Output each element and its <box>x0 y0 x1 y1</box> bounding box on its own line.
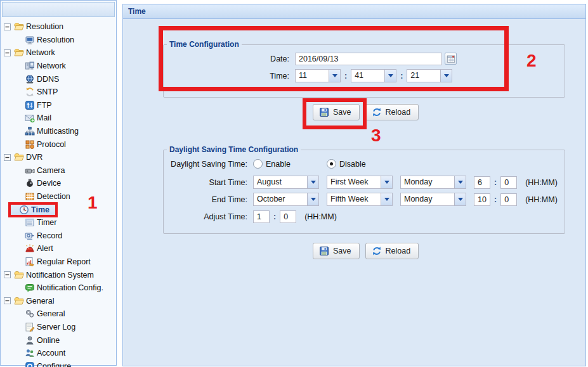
sidebar-item-protocol[interactable]: Protocol <box>1 138 116 151</box>
end-hhmm-hint: (HH:MM) <box>525 195 558 204</box>
enable-radio[interactable] <box>253 159 263 169</box>
time-colon: : <box>344 72 347 80</box>
annotation-step3: 3 <box>371 127 381 145</box>
second-select[interactable]: 21 <box>407 69 452 82</box>
start-month-select[interactable]: August <box>253 176 319 189</box>
sidebar-item-label: Time <box>31 205 49 214</box>
end-week-trigger[interactable] <box>381 193 392 205</box>
collapse-minus-icon <box>4 271 11 278</box>
calendar-button[interactable] <box>445 53 457 65</box>
end-month-select[interactable]: October <box>253 193 319 206</box>
sidebar-item-regular-report[interactable]: Regular Report <box>1 255 116 269</box>
start-day-trigger[interactable] <box>454 176 466 188</box>
sidebar-item-label: Mail <box>37 113 51 122</box>
sidebar-item-record[interactable]: Record <box>1 229 116 243</box>
date-input[interactable] <box>295 53 442 65</box>
folder-icon <box>14 152 24 162</box>
dst-disable-option[interactable]: Disable <box>327 159 366 169</box>
reload-button-dst[interactable]: Reload <box>365 243 419 259</box>
sidebar-item-label: Configure <box>37 362 71 367</box>
sidebar-item-mail[interactable]: Mail <box>1 112 116 125</box>
hour-select[interactable]: 11 <box>295 69 341 82</box>
annotation-step2: 2 <box>526 52 537 70</box>
sidebar-item-ftp[interactable]: FTP <box>1 99 116 112</box>
sidebar-item-online[interactable]: Online <box>1 333 116 347</box>
sidebar-group-network[interactable]: Network <box>1 46 116 60</box>
collapse-minus-icon <box>4 49 11 56</box>
sidebar-item-time[interactable]: Time <box>1 203 116 216</box>
sidebar-item-multicasting[interactable]: Multicasting <box>1 125 116 138</box>
start-day-select[interactable]: Monday <box>400 176 466 189</box>
end-minute-input[interactable] <box>500 193 517 206</box>
sidebar-item-account[interactable]: Account <box>1 347 116 360</box>
sidebar-item-camera[interactable]: Camera <box>1 164 116 177</box>
start-week-select[interactable]: First Week <box>327 176 393 189</box>
adjust-minute-input[interactable] <box>280 210 296 223</box>
save-button-dst[interactable]: Save <box>313 243 360 259</box>
time-row: Time: 11 : 41 : 21 <box>164 69 558 82</box>
dst-enable-option[interactable]: Enable <box>253 159 327 169</box>
sidebar-group-resolution[interactable]: Resolution <box>1 20 116 34</box>
start-week-value: First Week <box>327 176 381 188</box>
sidebar-item-label: Network <box>37 61 66 70</box>
sidebar-item-sntp[interactable]: SNTP <box>1 86 116 99</box>
date-label: Date: <box>164 55 289 63</box>
folder-icon <box>14 22 24 32</box>
record-icon <box>25 231 35 241</box>
minute-select-trigger[interactable] <box>384 70 396 82</box>
sidebar-item-server-log[interactable]: Server Log <box>1 321 116 334</box>
start-hour-input[interactable] <box>474 176 490 189</box>
disable-radio[interactable] <box>327 159 336 169</box>
sidebar-item-device[interactable]: Device <box>1 177 116 190</box>
sidebar-item-alert[interactable]: Alert <box>1 242 116 255</box>
start-week-trigger[interactable] <box>381 176 392 188</box>
collapse-minus-icon <box>4 297 11 304</box>
start-minute-input[interactable] <box>500 176 517 189</box>
date-row: Date: <box>164 52 558 65</box>
start-month-trigger[interactable] <box>307 176 318 188</box>
chevron-down-icon <box>388 74 393 77</box>
end-week-select[interactable]: Fifth Week <box>327 193 393 206</box>
end-day-trigger[interactable] <box>454 193 466 205</box>
hour-select-trigger[interactable] <box>329 70 340 82</box>
end-time-label: End Time: <box>164 195 247 204</box>
reload-button-label: Reload <box>386 247 411 255</box>
sidebar-item-label: Resolution <box>37 35 74 44</box>
sidebar-item-resolution[interactable]: Resolution <box>1 34 116 47</box>
second-select-trigger[interactable] <box>440 70 452 82</box>
report-icon <box>25 257 35 267</box>
calendar-icon <box>447 55 455 63</box>
sidebar-item-network[interactable]: Network <box>1 60 116 73</box>
sidebar-item-label: Regular Report <box>37 257 91 266</box>
end-month-trigger[interactable] <box>307 193 318 205</box>
folder-icon <box>14 270 24 280</box>
end-day-select[interactable]: Monday <box>400 193 466 206</box>
sidebar-group-general[interactable]: General <box>1 294 116 307</box>
sidebar-item-label: SNTP <box>37 87 58 96</box>
adjust-hhmm-hint: (HH:MM) <box>304 212 337 221</box>
sidebar-item-configure[interactable]: Configure <box>1 359 116 367</box>
sidebar-item-label: Record <box>37 231 62 240</box>
sidebar-group-notification-system[interactable]: Notification System <box>1 268 116 281</box>
reload-button[interactable]: Reload <box>365 104 419 120</box>
sidebar-item-label: Online <box>37 336 60 345</box>
time-label: Time: <box>164 72 289 80</box>
chevron-down-icon <box>458 198 463 201</box>
sidebar-item-timer[interactable]: Timer <box>1 216 116 229</box>
reload-icon <box>372 107 382 117</box>
log-icon <box>25 322 35 332</box>
sidebar-item-ddns[interactable]: DDNS <box>1 72 116 86</box>
sidebar-item-notification-config[interactable]: Notification Config. <box>1 281 116 295</box>
sidebar-group-dvr[interactable]: DVR <box>1 151 116 164</box>
navigation-tree: ResolutionResolutionNetworkNetworkDDNSSN… <box>1 20 116 367</box>
reload-icon <box>372 246 382 256</box>
adjust-hour-input[interactable] <box>253 210 270 223</box>
save-button-label: Save <box>333 247 351 255</box>
sidebar-panel: ResolutionResolutionNetworkNetworkDDNSSN… <box>0 0 117 366</box>
collapse-minus-icon <box>4 23 11 30</box>
sidebar-item-detection[interactable]: Detection <box>1 190 116 203</box>
minute-select[interactable]: 41 <box>351 69 396 82</box>
end-hour-input[interactable] <box>474 193 490 206</box>
save-button[interactable]: Save <box>313 104 360 120</box>
sidebar-item-general[interactable]: General <box>1 307 116 321</box>
